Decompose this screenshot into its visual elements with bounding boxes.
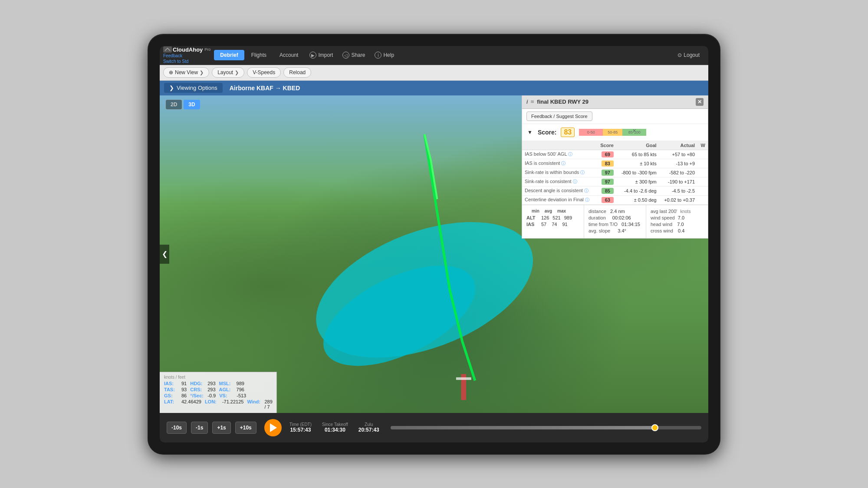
help-button[interactable]: i Help <box>370 49 398 61</box>
left-panel-arrow[interactable]: ❮ <box>160 245 169 264</box>
viewing-options-button[interactable]: ❯ Viewing Options <box>164 83 223 93</box>
wave-icon: ≋ <box>530 99 534 105</box>
v-speeds-button[interactable]: V-Speeds <box>247 67 281 78</box>
feedback-suggest-button[interactable]: Feedback / Suggest Score <box>526 111 592 121</box>
map-area[interactable]: 2D 3D ☺ ↺ ○ ◎ → ? ❮ knots / feet <box>160 95 708 413</box>
score-cell: 97 <box>596 168 616 177</box>
score-bar: 0-50 50-85 ✕ 85-100 <box>579 129 703 136</box>
time-from-to-row: time from T/O 01:34:15 <box>589 222 641 227</box>
reload-button[interactable]: Reload <box>283 67 311 78</box>
col-actual: Actual <box>659 141 697 150</box>
tablet-screen: CloudAhoy Pro Feedback Switch to Std Deb… <box>160 46 708 442</box>
tas-value: 93 <box>181 387 187 392</box>
skip-plus1-button[interactable]: +1s <box>212 422 230 434</box>
crs-label: CRS: <box>190 387 204 392</box>
ias-value: 91 <box>181 381 187 386</box>
new-view-button[interactable]: ⊕ New View ❯ <box>163 67 209 78</box>
import-icon: ▶ <box>309 52 316 59</box>
actual-cell: +57 to +80 <box>659 150 697 159</box>
goal-cell: -4.4 to -2.6 deg <box>616 186 659 195</box>
chevron-right-icon: ❯ <box>169 85 174 91</box>
score-marker: ✕ <box>632 128 636 134</box>
avg-slope-value: 3.4° <box>618 228 626 233</box>
skip-minus1-button[interactable]: -1s <box>191 422 208 434</box>
timeline[interactable] <box>391 426 701 429</box>
goal-cell: ± 0.50 deg <box>616 195 659 204</box>
knots-unit: knots <box>680 209 690 214</box>
alt-label: ALT <box>526 215 539 220</box>
actual-cell: +0.02 to +0.37 <box>659 195 697 204</box>
score-panel-title: final KBED RWY 29 <box>537 98 693 105</box>
logo-links: Feedback Switch to Std <box>163 53 210 64</box>
wind-label: Wind: <box>247 399 261 409</box>
skip-minus10-button[interactable]: -10s <box>167 422 187 434</box>
w-cell <box>697 186 708 195</box>
view-toggle: 2D 3D <box>166 100 200 109</box>
hdg-value: 293 <box>207 381 215 386</box>
ias-label: IAS: <box>164 381 178 386</box>
zulu-label: Zulu <box>358 422 379 427</box>
msl-value: 989 <box>237 381 244 386</box>
head-wind-value: 7.0 <box>677 222 684 227</box>
vs-value: -513 <box>237 393 246 398</box>
score-table-header: Score Goal Actual W <box>522 141 708 150</box>
time-since: Since Takeoff 01:34:30 <box>322 422 348 433</box>
skip-plus10-button[interactable]: +10s <box>235 422 256 434</box>
play-button[interactable] <box>264 419 282 436</box>
since-label: Since Takeoff <box>322 422 348 427</box>
play-icon <box>270 423 277 432</box>
table-row: Sink-rate is consistent ⓘ 97 ± 300 fpm -… <box>522 177 708 186</box>
tablet-device: CloudAhoy Pro Feedback Switch to Std Deb… <box>148 34 720 455</box>
w-cell <box>697 177 708 186</box>
tab-debrief[interactable]: Debrief <box>214 50 244 60</box>
duration-value: 00:02:06 <box>612 215 631 220</box>
stats-left: min avg max ALT 126 521 989 <box>522 205 584 238</box>
actual-cell: -190 to +171 <box>659 177 697 186</box>
w-cell <box>697 168 708 177</box>
time-edt: Time (EDT) 15:57:43 <box>289 422 312 433</box>
col-score: Score <box>596 141 616 150</box>
table-row: IAS is consistent ⓘ 83 ± 10 kts -13 to +… <box>522 159 708 168</box>
metric-cell: Sink-rate is within bounds ⓘ <box>522 168 596 177</box>
time-zulu: Zulu 20:57:43 <box>358 422 379 433</box>
zulu-value: 20:57:43 <box>358 427 379 433</box>
table-row: Descent angle is consistent ⓘ 85 -4.4 to… <box>522 186 708 195</box>
share-button[interactable]: ◁ Share <box>338 49 369 61</box>
gs-label: GS: <box>164 393 178 398</box>
stats-far-right: avg last 200' knots wind speed 7.0 head … <box>646 205 708 238</box>
top-navigation: CloudAhoy Pro Feedback Switch to Std Deb… <box>160 46 708 65</box>
metric-cell: IAS is consistent ⓘ <box>522 159 596 168</box>
wind-speed-value: 7.0 <box>678 215 684 220</box>
2d-toggle[interactable]: 2D <box>166 100 182 109</box>
w-cell <box>697 159 708 168</box>
tab-flights[interactable]: Flights <box>245 50 273 60</box>
close-panel-button[interactable]: ✕ <box>696 98 704 106</box>
since-value: 01:34:30 <box>322 427 348 433</box>
score-panel-header: i ≋ final KBED RWY 29 ✕ <box>522 95 708 109</box>
3d-toggle[interactable]: 3D <box>184 100 200 109</box>
timeline-thumb[interactable] <box>651 424 658 431</box>
hud-panel: knots / feet IAS: 91 HDG: 293 MSL: 989 T… <box>160 372 277 413</box>
wind-value: 289 / 7 <box>264 399 272 409</box>
hdg-label: HDG: <box>190 381 204 386</box>
layout-button[interactable]: Layout ❯ <box>212 67 244 78</box>
msl-label: MSL: <box>219 381 233 386</box>
score-cell: 85 <box>596 186 616 195</box>
collapse-icon[interactable]: ▼ <box>527 129 533 135</box>
switch-link[interactable]: Switch to Std <box>163 59 210 64</box>
table-row: Centerline deviation in Final ⓘ 63 ± 0.5… <box>522 195 708 204</box>
lon-value: -71.22125 <box>222 399 244 409</box>
feedback-link[interactable]: Feedback <box>163 53 210 59</box>
timeline-track[interactable] <box>391 426 701 429</box>
tab-account[interactable]: Account <box>273 50 304 60</box>
import-button[interactable]: ▶ Import <box>305 49 337 61</box>
distance-value: 2.4 nm <box>610 209 625 214</box>
time-to-value: 01:34:15 <box>621 222 640 227</box>
plus-icon: ⊕ <box>169 69 173 75</box>
share-icon: ◁ <box>342 52 349 59</box>
deg-sec-label: °/Sec: <box>190 393 204 398</box>
score-summary-row: ▼ Score: 83 0-50 50-85 ✕ <box>522 124 708 141</box>
main-content: 2D 3D ☺ ↺ ○ ◎ → ? ❮ knots / feet <box>160 95 708 413</box>
logout-button[interactable]: ⊙ Logout <box>672 50 705 60</box>
metric-cell: Centerline deviation in Final ⓘ <box>522 195 596 204</box>
